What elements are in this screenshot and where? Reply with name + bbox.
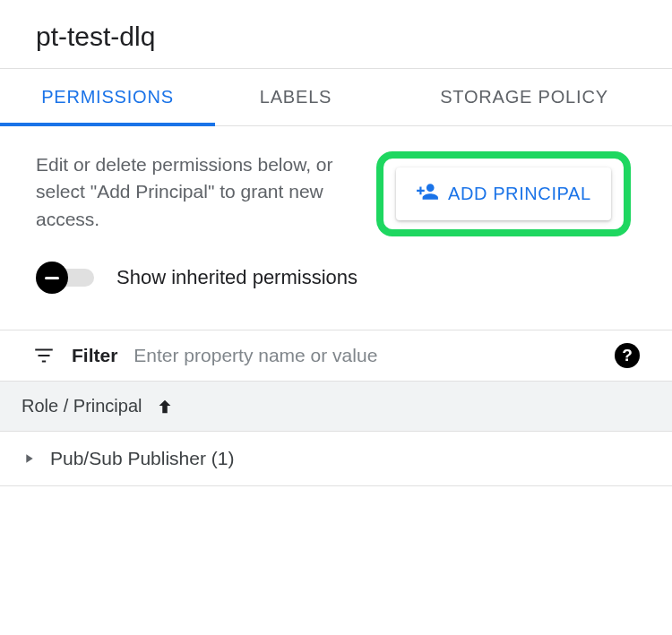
column-role-principal[interactable]: Role / Principal [22,396,142,416]
inherited-toggle-row: Show inherited permissions [36,262,636,294]
tab-storage-policy[interactable]: STORAGE POLICY [376,69,672,125]
header: pt-test-dlq [0,0,672,69]
role-row-label: Pub/Sub Publisher (1) [50,448,234,469]
expand-caret-icon [22,451,36,466]
sort-asc-icon[interactable] [155,397,175,416]
filter-bar: Filter ? [0,330,672,382]
page-title: pt-test-dlq [36,21,636,52]
edit-row: Edit or delete permissions below, or sel… [36,151,636,236]
add-principal-label: ADD PRINCIPAL [448,184,591,204]
permissions-panel: Edit or delete permissions below, or sel… [0,126,672,330]
inherited-toggle[interactable] [36,262,99,294]
toggle-thumb-minus-icon [36,262,68,294]
tab-permissions[interactable]: PERMISSIONS [0,69,215,125]
help-icon[interactable]: ? [615,343,640,368]
tab-labels[interactable]: LABELS [215,69,376,125]
table-row[interactable]: Pub/Sub Publisher (1) [0,432,672,486]
filter-label: Filter [72,345,117,366]
table-header: Role / Principal [0,382,672,432]
highlight-box: ADD PRINCIPAL [376,151,631,236]
inherited-toggle-label: Show inherited permissions [116,266,358,289]
add-person-icon [416,180,439,208]
tabs: PERMISSIONS LABELS STORAGE POLICY [0,69,672,126]
add-principal-button[interactable]: ADD PRINCIPAL [396,167,611,220]
help-text: Edit or delete permissions below, or sel… [36,151,358,233]
filter-input[interactable] [134,345,599,366]
filter-icon [32,344,56,367]
